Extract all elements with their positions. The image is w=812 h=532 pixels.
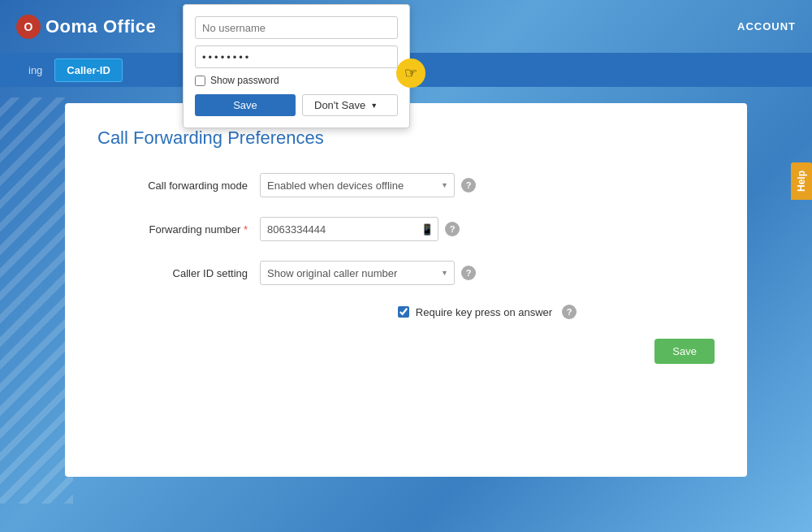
popup-dontsave-button[interactable]: Don't Save ▼ [302,94,398,116]
popup-save-button[interactable]: Save [195,94,296,116]
show-password-label: Show password [210,75,279,86]
caller-id-help-icon[interactable]: ? [461,266,476,280]
tab-caller-id[interactable]: Caller-ID [54,58,122,82]
password-popup: Show password Save Don't Save ▼ [183,4,410,128]
require-keypress-row: Require key press on answer ? [260,305,715,319]
forwarding-number-input[interactable] [260,217,438,241]
username-input[interactable] [195,16,398,39]
forwarding-number-help-icon[interactable]: ? [445,222,460,236]
dont-save-label: Don't Save [314,99,365,111]
caller-id-label: Caller ID setting [97,267,260,279]
required-marker: * [240,223,248,236]
phone-icon: 📱 [421,223,434,236]
forwarding-number-label: Forwarding number * [97,223,260,236]
forwarding-number-label-text: Forwarding number [149,223,241,236]
forwarding-mode-select[interactable]: Disabled Always enabled Enabled when dev… [260,173,455,197]
caller-id-row: Caller ID setting Show original caller n… [97,261,715,285]
forwarding-mode-row: Call forwarding mode Disabled Always ena… [97,173,715,197]
require-keypress-checkbox[interactable] [398,306,409,318]
forwarding-number-control: 📱 ? [260,217,460,241]
show-password-checkbox[interactable] [195,76,205,86]
forwarding-mode-help-icon[interactable]: ? [461,178,476,192]
dropdown-arrow-icon: ▼ [370,102,378,110]
main-content: Call Forwarding Preferences Call forward… [65,103,747,477]
require-keypress-help-icon[interactable]: ? [562,305,577,319]
caller-id-select[interactable]: Show original caller number Show my numb… [260,261,455,285]
account-link[interactable]: ACCOUNT [737,20,796,32]
help-tab[interactable]: Help [791,162,812,200]
require-keypress-label: Require key press on answer [416,306,552,318]
forwarding-mode-control: Disabled Always enabled Enabled when dev… [260,173,476,197]
forwarding-mode-label: Call forwarding mode [97,179,260,192]
logo: O Ooma Office [16,15,156,39]
forwarding-number-row: Forwarding number * 📱 ? [97,217,715,241]
save-button[interactable]: Save [654,339,715,364]
save-btn-row: Save [97,339,715,364]
page-title: Call Forwarding Preferences [97,128,715,149]
header-right: ACCOUNT [737,20,796,32]
password-input[interactable] [195,45,398,68]
caller-id-control: Show original caller number Show my numb… [260,261,476,285]
logo-text: Ooma Office [45,16,156,37]
tab-routing[interactable]: ing [16,53,54,87]
logo-icon: O [16,15,41,39]
